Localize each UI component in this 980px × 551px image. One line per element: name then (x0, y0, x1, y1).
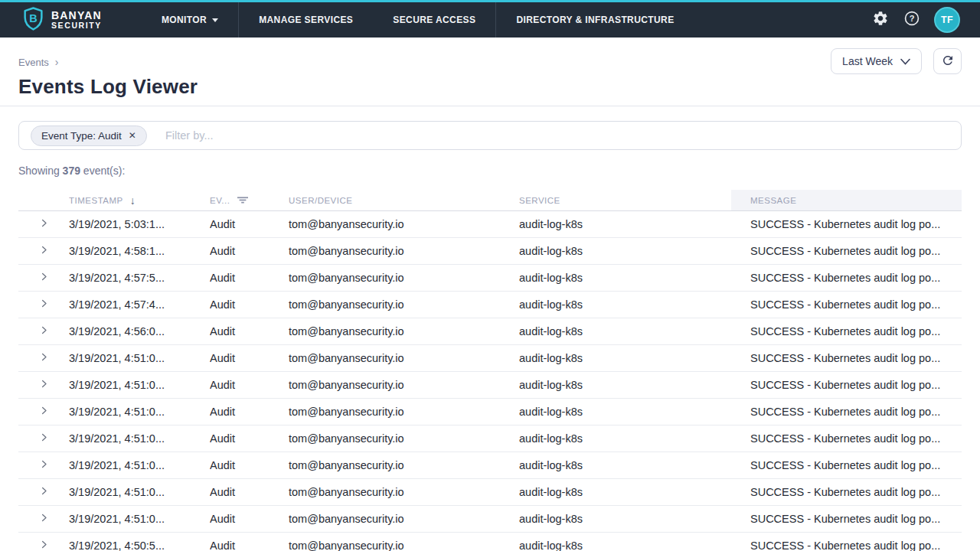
summary-suffix: event(s): (83, 165, 125, 177)
row-message: SUCCESS - Kubernetes audit log po... (731, 432, 962, 445)
table-row[interactable]: 3/19/2021, 4:51:0... Audit tom@banyansec… (18, 506, 962, 533)
row-event-type: Audit (210, 432, 289, 445)
chevron-right-icon (38, 539, 50, 551)
row-message: SUCCESS - Kubernetes audit log po... (731, 245, 962, 257)
nav-item-secure-access[interactable]: SECURE ACCESS (373, 2, 495, 37)
row-timestamp: 3/19/2021, 4:51:0... (69, 459, 210, 471)
help-button[interactable]: ? (903, 11, 921, 29)
row-user-device: tom@banyansecurity.io (289, 325, 519, 337)
header-user-device[interactable]: USER/DEVICE (289, 196, 519, 205)
table-row[interactable]: 3/19/2021, 4:51:0... Audit tom@banyansec… (18, 425, 962, 452)
row-expand-button[interactable] (18, 298, 69, 311)
chevron-right-icon (38, 324, 50, 338)
nav-item-manage-services-label: MANAGE SERVICES (259, 15, 353, 25)
row-timestamp: 3/19/2021, 4:51:0... (69, 513, 210, 525)
row-expand-button[interactable] (18, 217, 69, 231)
row-expand-button[interactable] (18, 512, 69, 526)
header-event-type-label: EV... (210, 196, 230, 205)
breadcrumb: Events › (18, 56, 198, 68)
row-expand-button[interactable] (18, 244, 69, 258)
row-expand-button[interactable] (18, 378, 69, 392)
row-event-type: Audit (210, 245, 289, 257)
nav-item-monitor[interactable]: MONITOR (142, 2, 238, 37)
table-row[interactable]: 3/19/2021, 4:50:5... Audit tom@banyansec… (18, 533, 962, 551)
nav-item-manage-services[interactable]: MANAGE SERVICES (239, 2, 373, 37)
table-body: 3/19/2021, 5:03:1... Audit tom@banyansec… (18, 211, 962, 551)
time-range-dropdown[interactable]: Last Week (831, 48, 922, 74)
nav-item-directory-infrastructure[interactable]: DIRECTORY & INFRASTRUCTURE (496, 2, 694, 37)
row-timestamp: 3/19/2021, 4:58:1... (69, 245, 210, 257)
row-user-device: tom@banyansecurity.io (289, 352, 519, 364)
row-service: audit-log-k8s (519, 272, 731, 284)
time-range-label: Last Week (842, 55, 893, 67)
filter-chip-event-type[interactable]: Event Type: Audit ✕ (31, 126, 147, 146)
help-icon: ? (903, 10, 920, 30)
sort-descending-icon: ↓ (130, 194, 136, 207)
header-timestamp[interactable]: TIMESTAMP ↓ (69, 194, 210, 207)
row-expand-button[interactable] (18, 351, 69, 365)
table-row[interactable]: 3/19/2021, 4:57:4... Audit tom@banyansec… (18, 292, 962, 318)
user-avatar[interactable]: TF (934, 7, 960, 33)
header-event-type[interactable]: EV... (210, 194, 289, 207)
row-service: audit-log-k8s (519, 459, 731, 471)
table-row[interactable]: 3/19/2021, 4:51:0... Audit tom@banyansec… (18, 345, 962, 372)
row-event-type: Audit (210, 325, 289, 337)
row-expand-button[interactable] (18, 405, 69, 419)
brand-logo[interactable]: B BANYAN SECURITY (0, 2, 102, 37)
table-row[interactable]: 3/19/2021, 5:03:1... Audit tom@banyansec… (18, 211, 962, 238)
row-expand-button[interactable] (18, 271, 69, 285)
breadcrumb-events-link[interactable]: Events (18, 57, 49, 68)
filter-bar[interactable]: Event Type: Audit ✕ (18, 121, 962, 150)
table-row[interactable]: 3/19/2021, 4:58:1... Audit tom@banyansec… (18, 238, 962, 265)
row-event-type: Audit (210, 379, 289, 391)
row-timestamp: 3/19/2021, 4:51:0... (69, 486, 210, 498)
row-message: SUCCESS - Kubernetes audit log po... (731, 486, 962, 498)
row-expand-button[interactable] (18, 539, 69, 551)
table-row[interactable]: 3/19/2021, 4:51:0... Audit tom@banyansec… (18, 372, 962, 399)
table-row[interactable]: 3/19/2021, 4:51:0... Audit tom@banyansec… (18, 452, 962, 479)
header-message[interactable]: MESSAGE (731, 190, 962, 210)
row-user-device: tom@banyansecurity.io (289, 245, 519, 257)
row-expand-button[interactable] (18, 432, 69, 445)
table-header-row: TIMESTAMP ↓ EV... USER/DEVICE SERVICE ME… (18, 190, 962, 211)
row-message: SUCCESS - Kubernetes audit log po... (731, 406, 962, 418)
table-row[interactable]: 3/19/2021, 4:51:0... Audit tom@banyansec… (18, 399, 962, 425)
nav-item-directory-infrastructure-label: DIRECTORY & INFRASTRUCTURE (516, 15, 674, 25)
row-timestamp: 3/19/2021, 5:03:1... (69, 218, 210, 230)
row-user-device: tom@banyansecurity.io (289, 379, 519, 391)
row-service: audit-log-k8s (519, 245, 731, 257)
row-user-device: tom@banyansecurity.io (289, 540, 519, 551)
row-service: audit-log-k8s (519, 298, 731, 311)
row-timestamp: 3/19/2021, 4:51:0... (69, 352, 210, 364)
row-event-type: Audit (210, 513, 289, 525)
row-user-device: tom@banyansecurity.io (289, 486, 519, 498)
chevron-right-icon (38, 485, 50, 499)
brand-line1: BANYAN (51, 10, 102, 21)
row-expand-button[interactable] (18, 485, 69, 499)
header-service[interactable]: SERVICE (519, 196, 731, 205)
row-message: SUCCESS - Kubernetes audit log po... (731, 513, 962, 525)
filter-list-icon[interactable] (237, 194, 249, 207)
table-row[interactable]: 3/19/2021, 4:56:0... Audit tom@banyansec… (18, 318, 962, 345)
row-timestamp: 3/19/2021, 4:57:5... (69, 272, 210, 284)
row-message: SUCCESS - Kubernetes audit log po... (731, 218, 962, 230)
row-event-type: Audit (210, 218, 289, 230)
settings-button[interactable] (871, 11, 890, 29)
close-icon[interactable]: ✕ (129, 130, 136, 141)
row-user-device: tom@banyansecurity.io (289, 298, 519, 311)
brand-line2: SECURITY (51, 21, 102, 30)
filter-chip-label: Event Type: Audit (41, 130, 122, 142)
main-nav: MONITOR MANAGE SERVICES SECURE ACCESS DI… (142, 2, 694, 37)
row-user-device: tom@banyansecurity.io (289, 218, 519, 230)
chevron-down-icon (900, 55, 910, 67)
row-expand-button[interactable] (18, 458, 69, 472)
row-event-type: Audit (210, 459, 289, 471)
row-event-type: Audit (210, 406, 289, 418)
filter-input[interactable] (165, 129, 952, 142)
refresh-button[interactable] (933, 48, 962, 74)
nav-item-monitor-label: MONITOR (162, 15, 207, 25)
table-row[interactable]: 3/19/2021, 4:57:5... Audit tom@banyansec… (18, 265, 962, 292)
header-timestamp-label: TIMESTAMP (69, 196, 123, 205)
row-expand-button[interactable] (18, 324, 69, 338)
table-row[interactable]: 3/19/2021, 4:51:0... Audit tom@banyansec… (18, 479, 962, 506)
